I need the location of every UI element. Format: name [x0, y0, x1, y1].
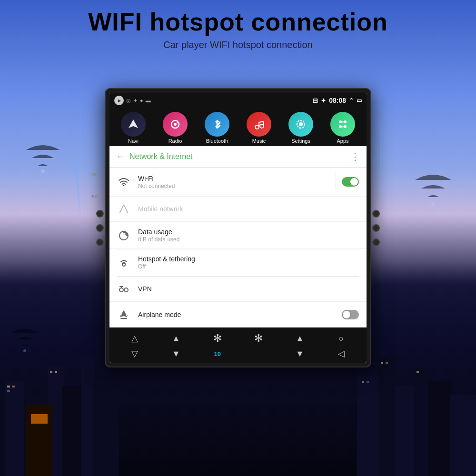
settings-item-data[interactable]: Data usage 0 B of data used [109, 222, 367, 249]
svg-point-43 [342, 121, 344, 123]
status-icon-nav: ◎ [126, 98, 131, 104]
app-item-bluetooth[interactable]: Bluetooth [200, 112, 234, 144]
svg-point-48 [122, 263, 125, 266]
device-container: MIC RST ◎ ✦ ● ▬ [105, 88, 371, 367]
app-item-radio[interactable]: Radio [159, 112, 192, 144]
svg-point-40 [344, 120, 347, 123]
settings-topbar: ← Network & Internet ⋮ [109, 146, 367, 168]
wifi-subtitle: Not connected [138, 183, 330, 189]
svg-point-32 [255, 125, 259, 129]
chevron-icon: ⌃ [349, 97, 354, 104]
nav-up-arrow-2[interactable]: ▲ [291, 331, 308, 346]
back-button[interactable]: ← [116, 152, 125, 162]
settings-page-title: Network & Internet [129, 152, 350, 161]
status-left: ◎ ✦ ● ▬ [114, 96, 151, 105]
vpn-title: VPN [138, 285, 359, 293]
nav-back[interactable]: ◁ [333, 347, 350, 361]
settings-label: Settings [291, 138, 310, 144]
settings-item-mobile[interactable]: Mobile network [109, 197, 367, 222]
svg-point-37 [299, 122, 303, 126]
status-icon-batt: ▬ [146, 98, 151, 103]
airplane-toggle-dot [343, 311, 350, 318]
apps-label: Apps [337, 138, 348, 144]
settings-list: Wi-Fi Not connected [109, 168, 367, 327]
nav-up-arrow[interactable]: ▲ [168, 331, 185, 346]
svg-point-31 [177, 121, 178, 123]
settings-item-wifi[interactable]: Wi-Fi Not connected [109, 168, 367, 197]
nav-fan-left[interactable]: ✻ [209, 331, 226, 346]
settings-page: ← Network & Internet ⋮ [109, 146, 367, 327]
wifi-toggle-dot [350, 178, 358, 186]
svg-point-41 [339, 125, 342, 128]
svg-point-1 [431, 202, 435, 206]
svg-point-42 [344, 125, 347, 128]
svg-line-35 [259, 121, 264, 122]
wifi-icon-left [24, 143, 62, 174]
bottom-nav: △ ▲ ✻ ✻ ▲ ○ ▽ ▼ 10 ▼ ◁ [109, 327, 367, 363]
nav-down-arrow[interactable]: ▼ [168, 347, 185, 361]
vpn-icon [117, 282, 130, 296]
app-item-music[interactable]: Music [242, 112, 276, 144]
app-item-settings[interactable]: Settings [284, 112, 317, 144]
battery-icon: ▭ [357, 97, 362, 104]
airplane-icon [117, 308, 130, 321]
mobile-signal-icon [117, 202, 130, 216]
svg-marker-28 [129, 119, 138, 128]
mount-right [372, 210, 380, 246]
play-button[interactable] [114, 96, 124, 105]
cast-icon: ⊟ [313, 97, 318, 104]
hotspot-item-content: Hotspot & tethering Off [138, 255, 359, 270]
nav-fan-right[interactable]: ✻ [250, 331, 267, 346]
hotspot-icon [117, 256, 130, 269]
bluetooth-app-icon [205, 112, 229, 137]
wifi-icon-bottom-left [10, 326, 40, 352]
settings-item-airplane[interactable]: Airplane mode [109, 302, 367, 327]
svg-point-45 [123, 185, 125, 187]
mount-dot-left-1 [96, 210, 104, 218]
settings-menu-button[interactable]: ⋮ [350, 151, 360, 162]
status-time: 08:08 [329, 97, 346, 104]
svg-point-33 [260, 124, 264, 128]
airplane-item-content: Airplane mode [138, 311, 342, 318]
status-bar: ◎ ✦ ● ▬ ⊟ ✦ 08:08 ⌃ ▭ [109, 93, 367, 108]
settings-item-hotspot[interactable]: Hotspot & tethering Off [109, 249, 367, 276]
app-item-navi[interactable]: Navi [117, 112, 150, 144]
nav-number: 10 [209, 350, 226, 357]
settings-item-vpn[interactable]: VPN [109, 277, 367, 302]
svg-point-50 [124, 288, 128, 292]
mount-dot-right-2 [372, 224, 380, 232]
rst-label: RST [91, 194, 100, 199]
nav-up-triangle[interactable]: △ [126, 331, 143, 346]
screen: ◎ ✦ ● ▬ ⊟ ✦ 08:08 ⌃ ▭ [109, 93, 367, 363]
wifi-icon [117, 175, 130, 188]
bluetooth-label: Bluetooth [206, 138, 228, 144]
status-icon-bt: ✦ [133, 98, 138, 104]
svg-point-2 [23, 349, 26, 352]
app-item-apps[interactable]: Apps [326, 112, 359, 144]
music-icon [247, 112, 271, 137]
nav-home[interactable]: ○ [333, 331, 350, 346]
nav-down-arrow-2[interactable]: ▼ [291, 347, 308, 361]
nav-row-top: △ ▲ ✻ ✻ ▲ ○ [114, 331, 362, 346]
device-frame: MIC RST ◎ ✦ ● ▬ [105, 88, 371, 367]
hotspot-title: Hotspot & tethering [138, 255, 359, 263]
vpn-item-content: VPN [138, 285, 359, 293]
svg-point-49 [119, 288, 123, 292]
navi-icon [121, 112, 146, 137]
airplane-toggle[interactable] [342, 310, 359, 319]
svg-marker-46 [119, 205, 128, 213]
nav-down-triangle[interactable]: ▽ [126, 347, 143, 361]
navi-label: Navi [128, 138, 139, 144]
page-title: WIFI hotspot connection [0, 9, 476, 36]
data-title: Data usage [138, 228, 359, 236]
wifi-toggle[interactable] [342, 177, 359, 187]
svg-point-39 [339, 120, 342, 123]
data-item-content: Data usage 0 B of data used [138, 228, 359, 243]
mic-label: MIC [91, 172, 99, 177]
page-subtitle: Car player WIFI hotspot connection [0, 40, 476, 50]
wifi-item-content: Wi-Fi Not connected [138, 175, 330, 189]
wifi-icon-right [412, 171, 455, 207]
svg-point-30 [174, 123, 177, 126]
mount-dot-left-3 [96, 238, 104, 246]
svg-point-44 [342, 126, 344, 128]
